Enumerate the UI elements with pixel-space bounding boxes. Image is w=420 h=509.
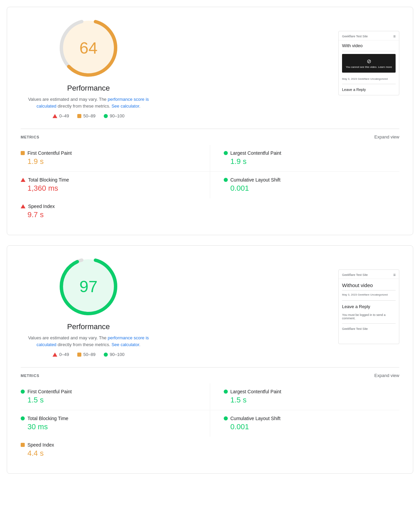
metric-name: First Contentful Paint xyxy=(27,389,72,394)
metric-name: Speed Index xyxy=(27,442,54,448)
performance-label: Performance xyxy=(67,322,110,331)
metric-item: Largest Contentful Paint 1.5 s xyxy=(210,383,400,410)
legend-item: 0–49 xyxy=(53,352,69,357)
gauge-container: 97 xyxy=(58,256,119,317)
thumbnail-meta: May 3, 2023 Geekflare Uncategorized xyxy=(339,75,399,82)
legend-label: 0–49 xyxy=(59,113,69,118)
score-number: 97 xyxy=(79,277,97,296)
performance-panel: 97 Performance Values are estimated and … xyxy=(7,245,413,474)
legend-item: 50–89 xyxy=(77,113,96,118)
metric-circle-indicator xyxy=(21,390,25,394)
thumbnail-divider3 xyxy=(342,323,396,324)
metric-name: Cumulative Layout Shift xyxy=(231,177,281,183)
metric-value: 1.5 s xyxy=(224,396,400,404)
thumbnail-divider2 xyxy=(342,84,396,84)
metric-item-single: Speed Index 9.7 s xyxy=(21,198,399,225)
metric-value: 1.5 s xyxy=(21,396,196,404)
metric-circle-indicator xyxy=(224,178,228,182)
thumbnail-divider2 xyxy=(342,300,396,301)
legend-label: 0–49 xyxy=(59,352,69,357)
metric-name-row: Speed Index xyxy=(21,442,386,448)
legend-label: 50–89 xyxy=(83,352,96,357)
metric-item-single: Speed Index 4.4 s xyxy=(21,437,399,463)
legend-item: 90–100 xyxy=(104,352,124,357)
metrics-section-label: METRICS xyxy=(21,374,39,378)
thumbnail-title: Without video xyxy=(339,279,399,290)
score-desc: Values are estimated and may vary. The p… xyxy=(27,335,149,348)
legend-circle-icon xyxy=(104,114,108,118)
gauge-container: 64 xyxy=(58,17,119,78)
score-number: 64 xyxy=(79,39,97,57)
metric-name-row: Largest Contentful Paint xyxy=(224,389,400,394)
top-section: 97 Performance Values are estimated and … xyxy=(21,256,399,357)
legend-label: 90–100 xyxy=(110,352,124,357)
metric-name: Total Blocking Time xyxy=(27,416,68,421)
thumbnail-video: ⊘ You cannot see this video. Learn more xyxy=(342,54,396,73)
metric-item: Cumulative Layout Shift 0.001 xyxy=(210,410,400,437)
metric-circle-indicator xyxy=(224,390,228,394)
video-blocked-icon: ⊘ xyxy=(367,58,371,64)
metric-circle-indicator xyxy=(224,151,228,155)
thumbnail-meta: May 3, 2023 Geekflare Uncategorized xyxy=(339,290,399,299)
metric-circle-indicator xyxy=(224,416,228,420)
legend-triangle-icon xyxy=(53,114,57,118)
metric-item: Largest Contentful Paint 1.9 s xyxy=(210,145,400,172)
score-desc: Values are estimated and may vary. The p… xyxy=(27,96,149,109)
metric-item: First Contentful Paint 1.9 s xyxy=(21,145,210,172)
thumbnail-site-name: Geekflare Test Site xyxy=(342,273,368,277)
legend: 0–49 50–89 90–100 xyxy=(53,113,124,118)
metric-name-row: Speed Index xyxy=(21,204,386,209)
legend-square-icon xyxy=(77,353,81,357)
thumbnail-divider xyxy=(342,51,396,51)
thumbnail-menu-icon: ≡ xyxy=(393,272,396,277)
metric-name-row: First Contentful Paint xyxy=(21,150,196,156)
metric-triangle-indicator xyxy=(21,204,25,208)
metric-value: 1,360 ms xyxy=(21,184,196,193)
metrics-grid: First Contentful Paint 1.9 s Largest Con… xyxy=(21,145,399,198)
metric-name: First Contentful Paint xyxy=(27,150,72,156)
legend: 0–49 50–89 90–100 xyxy=(53,352,124,357)
thumbnail: Geekflare Test Site ≡ Without video May … xyxy=(338,269,399,344)
thumbnail-title: With video xyxy=(339,40,399,51)
score-area: 64 Performance Values are estimated and … xyxy=(21,17,156,118)
thumbnail-reply-sub: You must be logged in to send a comment. xyxy=(339,313,399,322)
top-section: 64 Performance Values are estimated and … xyxy=(21,17,399,118)
metric-name-row: First Contentful Paint xyxy=(21,389,196,394)
thumbnail-site-name: Geekflare Test Site xyxy=(342,35,368,38)
thumbnail-reply: Leave a Reply xyxy=(339,302,399,313)
performance-panel: 64 Performance Values are estimated and … xyxy=(7,7,413,235)
metric-name-row: Cumulative Layout Shift xyxy=(224,177,400,183)
metric-item: Total Blocking Time 30 ms xyxy=(21,410,210,437)
metric-circle-indicator xyxy=(21,416,25,420)
metric-name: Cumulative Layout Shift xyxy=(231,416,281,421)
thumbnail-header: Geekflare Test Site ≡ xyxy=(339,31,399,40)
expand-view-button[interactable]: Expand view xyxy=(374,134,399,139)
legend-item: 50–89 xyxy=(77,352,96,357)
metric-name-row: Total Blocking Time xyxy=(21,177,196,183)
metric-item: First Contentful Paint 1.5 s xyxy=(21,383,210,410)
metric-name: Speed Index xyxy=(28,204,55,209)
metric-name: Total Blocking Time xyxy=(28,177,69,183)
score-area: 97 Performance Values are estimated and … xyxy=(21,256,156,357)
legend-label: 90–100 xyxy=(110,113,124,118)
performance-label: Performance xyxy=(67,84,110,93)
metric-name: Largest Contentful Paint xyxy=(231,389,281,394)
thumbnail: Geekflare Test Site ≡ With video ⊘ You c… xyxy=(338,31,399,95)
metrics-section-label: METRICS xyxy=(21,135,39,139)
metric-triangle-indicator xyxy=(21,178,25,182)
calculator-link[interactable]: See calculator xyxy=(112,342,139,347)
metric-name-row: Largest Contentful Paint xyxy=(224,150,400,156)
thumbnail-menu-icon: ≡ xyxy=(393,34,396,39)
metric-item: Cumulative Layout Shift 0.001 xyxy=(210,172,400,198)
metric-name-row: Cumulative Layout Shift xyxy=(224,416,400,421)
expand-view-button[interactable]: Expand view xyxy=(374,373,399,378)
metric-value: 9.7 s xyxy=(21,210,386,219)
metric-value: 4.4 s xyxy=(21,449,386,458)
metric-value: 30 ms xyxy=(21,422,196,431)
metric-value: 1.9 s xyxy=(21,157,196,166)
legend-label: 50–89 xyxy=(83,113,96,118)
metrics-header: METRICS Expand view xyxy=(21,129,399,139)
calculator-link[interactable]: See calculator xyxy=(112,103,139,109)
metric-square-indicator xyxy=(21,443,25,447)
legend-circle-icon xyxy=(104,353,108,357)
